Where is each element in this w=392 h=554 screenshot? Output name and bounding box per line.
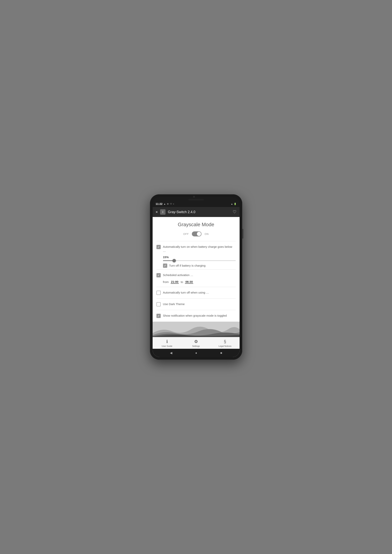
grayscale-toggle-row: OFF ON <box>156 231 236 236</box>
alert-icon: ▲ <box>164 203 166 205</box>
signal-icon: ▲ <box>231 203 233 205</box>
battery-sub-section: 15% Turn off if battery is charging <box>156 256 236 268</box>
status-left: 11:22 ▲ ⚙ 🛡 • <box>156 202 174 205</box>
status-bar: 11:22 ▲ ⚙ 🛡 • ▲ 🔋 <box>153 197 240 207</box>
from-label: from <box>163 280 169 284</box>
notification-label: Show notification when grayscale mode is… <box>163 313 227 318</box>
toggle-knob <box>197 232 201 236</box>
charging-label: Turn off if battery is charging <box>169 263 205 268</box>
notification-row: Show notification when grayscale mode is… <box>156 312 236 320</box>
from-time[interactable]: 21:00 <box>171 280 179 284</box>
scheduled-checkbox[interactable] <box>156 273 161 277</box>
status-right: ▲ 🔋 <box>231 203 237 205</box>
user-guide-icon: ℹ <box>166 339 168 344</box>
nav-item-user-guide[interactable]: ℹ User Guide <box>153 337 182 349</box>
camera-dot <box>193 196 195 198</box>
page-title: Grayscale Mode <box>156 222 236 228</box>
legal-label: Legal Notices <box>219 345 231 347</box>
android-nav: ◀ ● ■ <box>153 349 240 357</box>
settings-nav-icon: ⚙ <box>194 339 198 344</box>
nav-item-settings[interactable]: ⚙ Settings <box>182 337 210 349</box>
auto-turnoff-label: Automatically turn off when using … <box>163 291 209 295</box>
grayscale-toggle[interactable] <box>192 231 202 236</box>
phone-screen: 11:22 ▲ ⚙ 🛡 • ▲ 🔋 × i Gray-Switch 2.4.0 … <box>153 197 240 357</box>
settings-nav-label: Settings <box>192 345 200 347</box>
shield-icon: 🛡 <box>170 203 172 205</box>
toggle-on-label: ON <box>204 233 209 235</box>
dark-theme-row: Use Dark Theme <box>156 300 236 308</box>
auto-battery-row: Automatically turn on when battery charg… <box>156 243 236 255</box>
app-content: Grayscale Mode OFF ON Automatically turn… <box>153 217 240 357</box>
to-label: to <box>181 280 183 284</box>
battery-slider-track[interactable] <box>163 260 236 261</box>
settings-status-icon: ⚙ <box>167 203 169 205</box>
slider-thumb[interactable] <box>172 259 176 262</box>
dark-theme-label: Use Dark Theme <box>163 302 185 306</box>
close-button[interactable]: × <box>156 210 158 214</box>
auto-battery-checkbox[interactable] <box>156 245 161 249</box>
charging-row: Turn off if battery is charging <box>163 263 236 268</box>
battery-icon: 🔋 <box>234 203 237 205</box>
app-toolbar: × i Gray-Switch 2.4.0 ♡ <box>153 207 240 217</box>
auto-turnoff-row: Automatically turn off when using … <box>156 289 236 297</box>
nav-item-legal[interactable]: § Legal Notices <box>210 337 240 349</box>
dark-theme-checkbox[interactable] <box>156 302 161 306</box>
to-time[interactable]: 06:30 <box>185 280 193 284</box>
battery-percent: 15% <box>163 256 236 259</box>
status-time: 11:22 <box>156 202 163 205</box>
user-guide-label: User Guide <box>162 345 172 347</box>
notification-checkbox[interactable] <box>156 314 161 318</box>
power-button[interactable] <box>243 229 243 239</box>
dot-icon: • <box>173 203 174 205</box>
phone-device: 11:22 ▲ ⚙ 🛡 • ▲ 🔋 × i Gray-Switch 2.4.0 … <box>150 194 242 360</box>
scroll-area[interactable]: Grayscale Mode OFF ON Automatically turn… <box>153 217 240 322</box>
home-button[interactable]: ● <box>195 351 197 355</box>
landscape-decoration <box>153 322 240 337</box>
schedule-times: from 21:00 to 06:30 <box>163 280 236 284</box>
favorite-button[interactable]: ♡ <box>233 209 237 215</box>
auto-turnoff-checkbox[interactable] <box>156 291 161 295</box>
recent-button[interactable]: ■ <box>220 351 222 355</box>
toggle-off-label: OFF <box>183 233 189 235</box>
scheduled-label: Scheduled activation … <box>163 273 193 277</box>
app-icon: i <box>160 209 166 215</box>
legal-icon: § <box>224 339 226 344</box>
slider-fill <box>163 260 174 261</box>
app-title: Gray-Switch 2.4.0 <box>168 210 230 214</box>
charging-checkbox[interactable] <box>163 263 167 268</box>
auto-battery-label: Automatically turn on when battery charg… <box>163 245 236 253</box>
back-button[interactable]: ◀ <box>170 351 172 355</box>
divider-5 <box>156 310 236 310</box>
bottom-nav: ℹ User Guide ⚙ Settings § Legal Notices <box>153 337 240 349</box>
schedule-sub-section: from 21:00 to 06:30 <box>156 280 236 285</box>
divider-1 <box>156 241 236 241</box>
divider-2 <box>156 269 236 270</box>
scheduled-row: Scheduled activation … <box>156 271 236 279</box>
divider-4 <box>156 298 236 298</box>
